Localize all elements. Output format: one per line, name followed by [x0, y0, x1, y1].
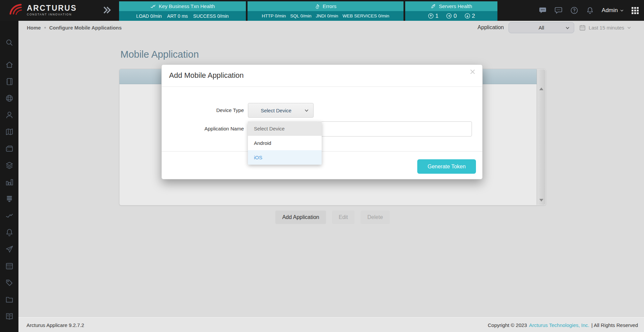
logo-swoosh-icon	[8, 2, 23, 18]
sidebar-item-user-icon[interactable]	[5, 111, 14, 119]
metric: HTTP 0/min	[262, 13, 286, 18]
sidebar-item-book-icon[interactable]	[5, 312, 14, 321]
sidebar-collapse-double-chevron-icon[interactable]	[101, 4, 112, 16]
brand-title: ARCTURUS	[27, 4, 77, 12]
breadcrumb-home[interactable]: Home	[27, 25, 41, 31]
device-type-dropdown-list: Select Device Android iOS	[248, 121, 322, 165]
sidebar-item-map-icon[interactable]	[5, 127, 14, 136]
brand-logo: ARCTURUS CONSTANT INNOVATION	[8, 2, 77, 18]
chevron-down-icon	[627, 25, 631, 30]
servers-down-count: 2	[472, 13, 475, 19]
sidebar-item-layers-icon[interactable]	[5, 161, 14, 170]
time-range-picker[interactable]: Last 15 minutes	[579, 24, 631, 31]
metric: SQL 0/min	[290, 13, 311, 18]
trend-line-icon	[150, 3, 156, 9]
scroll-down-arrow-icon[interactable]	[539, 199, 543, 202]
sidebar-item-globe-icon[interactable]	[5, 94, 14, 103]
sidebar-item-bar-chart-icon[interactable]	[5, 178, 14, 186]
health-widgets: Key Business Txn Health LOAD 0/min ART 0…	[119, 1, 497, 21]
dropdown-option-select-device[interactable]: Select Device	[248, 121, 322, 136]
metric: LOAD 0/min	[136, 13, 162, 19]
arrow-down-circle-icon	[464, 13, 471, 19]
scroll-up-arrow-icon[interactable]	[539, 88, 543, 90]
metric: SUCCESS 0/min	[193, 13, 229, 19]
sidebar-item-trend-icon[interactable]	[5, 211, 14, 220]
calendar-icon	[579, 24, 586, 31]
dropdown-option-ios[interactable]: iOS	[248, 150, 322, 165]
sidebar-item-database-icon[interactable]	[5, 195, 14, 203]
chevron-down-icon	[304, 108, 309, 113]
modal-footer-divider	[162, 151, 482, 152]
widget-errors[interactable]: Errors HTTP 0/min SQL 0/min JNDI 0/min W…	[248, 1, 404, 21]
rocket-icon	[430, 3, 436, 9]
chevron-down-icon	[565, 25, 570, 30]
app-root: ARCTURUS CONSTANT INNOVATION Key Busines…	[0, 0, 644, 332]
apps-grid-icon[interactable]	[632, 7, 639, 14]
chat-filled-icon[interactable]	[539, 6, 547, 14]
time-range-value: Last 15 minutes	[589, 25, 624, 31]
chevron-down-icon	[620, 8, 624, 12]
footer-bar: Arcturus Applicare 9.2.7.2 Copyright © 2…	[18, 317, 644, 332]
device-type-select[interactable]: Select Device	[248, 103, 314, 118]
search-icon[interactable]	[5, 38, 14, 47]
close-icon[interactable]	[469, 68, 476, 75]
fire-icon	[315, 3, 320, 9]
product-version: Arcturus Applicare 9.2.7.2	[26, 318, 84, 332]
user-menu-admin[interactable]: Admin	[602, 7, 624, 14]
widget-title: Servers Health	[439, 3, 472, 9]
application-filter-value: All	[539, 25, 544, 31]
help-icon[interactable]	[570, 6, 578, 14]
vertical-scrollbar[interactable]	[537, 69, 545, 205]
servers-up-count: 1	[435, 13, 438, 19]
arrow-up-circle-icon	[428, 13, 434, 19]
toolbar-row: Home Configure Mobile Applications Appli…	[18, 21, 644, 34]
sidebar-item-tag-icon[interactable]	[5, 278, 14, 287]
company-link[interactable]: Arcturus Technologies, Inc.	[529, 322, 589, 328]
breadcrumb-current: Configure Mobile Applications	[49, 25, 122, 31]
application-name-label: Application Name	[162, 126, 244, 131]
table-actions: Add Application Edit Delete	[119, 211, 546, 224]
application-filter-select[interactable]: All	[508, 22, 574, 33]
delete-button[interactable]: Delete	[361, 211, 389, 224]
application-filter-label: Application	[478, 24, 504, 31]
brand-tagline: CONSTANT INNOVATION	[27, 13, 77, 16]
servers-warn-count: 0	[453, 13, 457, 19]
metric: JNDI 0/min	[316, 13, 338, 18]
widget-servers-health[interactable]: Servers Health 1	[405, 1, 497, 21]
breadcrumb: Home Configure Mobile Applications	[27, 21, 122, 34]
dropdown-option-android[interactable]: Android	[248, 136, 322, 150]
rights-text: | All Rights Reserved	[591, 322, 638, 328]
sidebar-item-home-icon[interactable]	[5, 60, 14, 69]
user-menu-label: Admin	[602, 7, 618, 14]
page-title: Mobile Application	[120, 49, 199, 60]
breadcrumb-separator	[44, 27, 46, 29]
chat-outline-icon[interactable]	[554, 6, 562, 14]
edit-button[interactable]: Edit	[332, 211, 355, 224]
top-header-bar: ARCTURUS CONSTANT INNOVATION Key Busines…	[0, 0, 644, 21]
sidebar-item-send-icon[interactable]	[5, 245, 14, 254]
bell-icon[interactable]	[586, 6, 594, 14]
generate-token-button[interactable]: Generate Token	[417, 159, 476, 174]
left-sidebar	[0, 21, 18, 332]
metric: ART 0 ms	[167, 13, 188, 19]
widget-title: Key Business Txn Health	[159, 3, 215, 9]
device-type-value: Select Device	[248, 108, 304, 113]
sidebar-item-bell-icon[interactable]	[5, 228, 14, 237]
widget-key-business-txn-health[interactable]: Key Business Txn Health LOAD 0/min ART 0…	[119, 1, 246, 21]
modal-header: Add Mobile Application	[162, 65, 482, 87]
sidebar-item-notebook-icon[interactable]	[5, 77, 14, 86]
metric: WEB SERVICES 0/min	[342, 13, 389, 18]
sidebar-item-folder-icon[interactable]	[5, 295, 14, 304]
copyright-text: Copyright © 2023	[488, 322, 527, 328]
add-mobile-application-modal: Add Mobile Application Device Type Selec…	[161, 64, 483, 179]
modal-title: Add Mobile Application	[169, 71, 244, 80]
arrow-right-circle-icon	[446, 13, 452, 19]
add-application-button[interactable]: Add Application	[275, 211, 326, 224]
widget-title: Errors	[323, 3, 336, 9]
sidebar-item-wallet-icon[interactable]	[5, 144, 14, 153]
device-type-label: Device Type	[162, 107, 244, 113]
sidebar-item-calendar-icon[interactable]	[5, 262, 14, 270]
